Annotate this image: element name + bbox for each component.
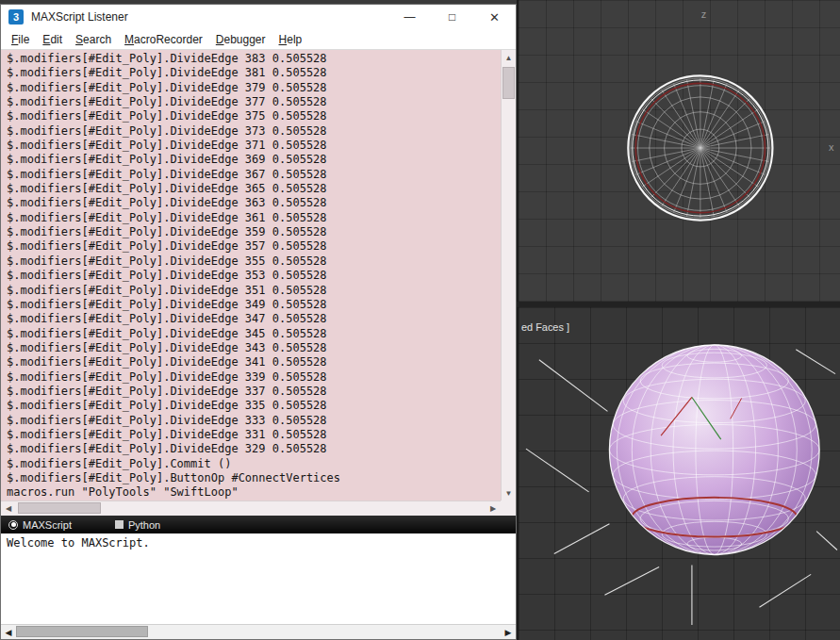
maxscript-listener-window: 3 MAXScript Listener — □ ✕ File Edit Sea… — [0, 4, 517, 640]
listener-line: $.modifiers[#Edit_Poly].DivideEdge 335 0… — [7, 399, 501, 413]
menu-macrorecorder[interactable]: MacroRecorder — [118, 33, 209, 46]
listener-line: $.modifiers[#Edit_Poly].DivideEdge 329 0… — [7, 442, 501, 456]
listener-line: $.modifiers[#Edit_Poly].DivideEdge 373 0… — [7, 124, 501, 139]
listener-line: $.modifiers[#Edit_Poly].DivideEdge 367 0… — [7, 168, 501, 182]
listener-line: $.modifiers[#Edit_Poly].DivideEdge 347 0… — [7, 312, 501, 326]
viewport-shading-label: ed Faces ] — [521, 321, 569, 333]
listener-line: $.modifiers[#Edit_Poly].DivideEdge 365 0… — [7, 182, 501, 196]
listener-line: $.modifiers[#Edit_Poly].DivideEdge 343 0… — [7, 341, 501, 355]
listener-output-pane[interactable]: Welcome to MAXScript. — [1, 533, 516, 624]
menu-search[interactable]: Search — [69, 33, 118, 46]
menu-file[interactable]: File — [5, 33, 36, 46]
listener-line: $.modifiers[#Edit_Poly].DivideEdge 361 0… — [7, 211, 501, 225]
bottom-viewport-canvas[interactable]: ed Faces ] — [519, 307, 840, 640]
listener-line: $.modifiers[#Edit_Poly].DivideEdge 363 0… — [7, 196, 501, 210]
output-horizontal-scrollbar[interactable]: ◀ ▶ — [1, 624, 516, 639]
close-button[interactable]: ✕ — [473, 5, 516, 29]
window-title: MAXScript Listener — [31, 10, 388, 24]
listener-line: $.modifiers[#Edit_Poly].DivideEdge 371 0… — [7, 139, 501, 153]
listener-line: $.modifiers[#Edit_Poly].DivideEdge 359 0… — [7, 225, 501, 239]
viewport-top-ortho[interactable]: z x — [517, 0, 840, 302]
vertical-scroll-thumb[interactable] — [502, 67, 515, 99]
scroll-right-icon[interactable]: ▶ — [486, 501, 501, 516]
menubar: File Edit Search MacroRecorder Debugger … — [1, 29, 516, 50]
python-radio-label[interactable]: Python — [128, 519, 160, 531]
output-scroll-right-icon[interactable]: ▶ — [501, 625, 516, 639]
listener-vertical-scrollbar[interactable]: ▲ ▼ — [501, 50, 516, 501]
scroll-left-icon[interactable]: ◀ — [1, 501, 16, 516]
horizontal-scroll-thumb[interactable] — [18, 502, 101, 514]
scrollbar-corner — [501, 501, 516, 516]
macro-recorder-pane[interactable]: $.modifiers[#Edit_Poly].DivideEdge 383 0… — [1, 50, 501, 501]
axis-x-label: x — [829, 141, 834, 153]
listener-line: $.modifiers[#Edit_Poly].DivideEdge 345 0… — [7, 327, 501, 341]
listener-line: $.modifiers[#Edit_Poly].Commit () — [7, 457, 501, 471]
listener-line: $.modifiers[#Edit_Poly].DivideEdge 353 0… — [7, 269, 501, 283]
listener-line: $.modifiers[#Edit_Poly].DivideEdge 341 0… — [7, 355, 501, 369]
menu-debugger[interactable]: Debugger — [209, 33, 272, 46]
listener-line: $.modifiers[#Edit_Poly].DivideEdge 379 0… — [7, 81, 501, 95]
top-sphere-wireframe — [628, 75, 772, 220]
scroll-down-icon[interactable]: ▼ — [502, 485, 516, 501]
scroll-up-icon[interactable]: ▲ — [502, 50, 516, 65]
maxscript-radio-label[interactable]: MAXScript — [23, 519, 72, 531]
listener-line: $.modifiers[#Edit_Poly].ButtonOp #Connec… — [7, 471, 501, 485]
listener-line: $.modifiers[#Edit_Poly].DivideEdge 333 0… — [7, 414, 501, 428]
listener-line: $.modifiers[#Edit_Poly].DivideEdge 377 0… — [7, 95, 501, 109]
listener-line: $.modifiers[#Edit_Poly].DivideEdge 383 0… — [7, 52, 501, 66]
output-scroll-left-icon[interactable]: ◀ — [1, 625, 16, 639]
listener-line: $.modifiers[#Edit_Poly].DivideEdge 357 0… — [7, 239, 501, 254]
listener-line: $.modifiers[#Edit_Poly].DivideEdge 375 0… — [7, 109, 501, 123]
listener-line: $.modifiers[#Edit_Poly].DivideEdge 369 0… — [7, 153, 501, 167]
app-icon: 3 — [8, 9, 24, 25]
maxscript-radio[interactable] — [8, 520, 18, 530]
listener-line: macros.run "PolyTools" "SwiftLoop" — [7, 485, 501, 500]
top-viewport-canvas[interactable]: z x — [519, 0, 840, 302]
listener-line: $.modifiers[#Edit_Poly].DivideEdge 349 0… — [7, 298, 501, 312]
axis-z-label: z — [701, 8, 706, 20]
menu-help[interactable]: Help — [272, 33, 309, 46]
listener-line: $.modifiers[#Edit_Poly].DivideEdge 337 0… — [7, 385, 501, 399]
listener-line: $.modifiers[#Edit_Poly].DivideEdge 351 0… — [7, 284, 501, 298]
listener-line: $.modifiers[#Edit_Poly].DivideEdge 381 0… — [7, 66, 501, 80]
python-radio[interactable] — [115, 520, 124, 529]
titlebar[interactable]: 3 MAXScript Listener — □ ✕ — [1, 5, 516, 29]
listener-line: $.modifiers[#Edit_Poly].DivideEdge 339 0… — [7, 370, 501, 385]
output-scroll-thumb[interactable] — [16, 626, 148, 637]
listener-line: $.modifiers[#Edit_Poly].DivideEdge 331 0… — [7, 428, 501, 442]
viewport-bottom-perspective[interactable]: ed Faces ] — [517, 307, 840, 640]
sphere-shaded — [609, 345, 819, 555]
menu-edit[interactable]: Edit — [36, 33, 69, 46]
listener-line: $.modifiers[#Edit_Poly].DivideEdge 355 0… — [7, 254, 501, 269]
minimize-button[interactable]: — — [388, 5, 431, 29]
maximize-button[interactable]: □ — [431, 5, 473, 29]
listener-horizontal-scrollbar[interactable]: ◀ ▶ — [1, 501, 501, 516]
language-selector-bar: MAXScript Python — [1, 516, 516, 533]
